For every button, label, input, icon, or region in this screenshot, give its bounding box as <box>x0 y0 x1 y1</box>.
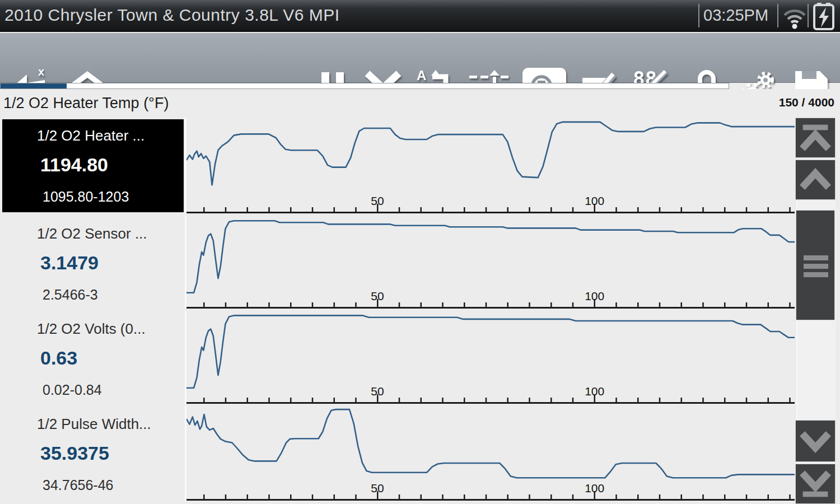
divider <box>808 4 809 27</box>
svg-text:100: 100 <box>585 385 604 398</box>
thumb-grip-line <box>804 264 828 269</box>
svg-text:A: A <box>417 69 426 83</box>
param-name: 1/2 O2 Heater ... <box>37 127 144 144</box>
buffer-progress-bar <box>0 83 729 89</box>
scroll-down-button[interactable] <box>795 420 836 462</box>
param-name: 1/2 O2 Sensor ... <box>37 225 147 242</box>
chart-o2-sensor[interactable]: 50100 <box>185 216 795 309</box>
svg-text:100: 100 <box>585 194 604 207</box>
svg-text:50: 50 <box>371 385 384 398</box>
param-range: 0.02-0.84 <box>43 382 102 398</box>
scrollbar <box>795 118 836 504</box>
data-header: 1/2 O2 Heater Temp (°F) 150 / 4000 <box>0 89 840 118</box>
vehicle-title: 2010 Chrysler Town & Country 3.8L V6 MPI <box>4 6 340 25</box>
param-cell-o2-heater[interactable]: 1/2 O2 Heater ... 1194.80 1095.80-1203 <box>2 119 184 212</box>
wifi-icon <box>782 4 808 31</box>
title-bar: 2010 Chrysler Town & Country 3.8L V6 MPI… <box>0 0 840 32</box>
param-name: 1/2 O2 Volts (0... <box>37 320 146 338</box>
toolbar: x A <box>0 33 840 83</box>
svg-text:50: 50 <box>371 194 384 207</box>
param-cell-pulse-width[interactable]: 1/2 Pulse Width... 35.9375 34.7656-46 <box>2 408 184 500</box>
param-value: 3.1479 <box>40 252 99 274</box>
divider <box>698 4 699 27</box>
svg-text:100: 100 <box>585 482 604 494</box>
param-row: 1/2 O2 Sensor ... 3.1479 2.5466-3 50100 <box>0 216 795 309</box>
param-row: 1/2 O2 Volts (0... 0.63 0.02-0.84 50100 <box>0 311 795 404</box>
scroll-to-bottom-button[interactable] <box>795 464 836 504</box>
param-cell-o2-sensor[interactable]: 1/2 O2 Sensor ... 3.1479 2.5466-3 <box>2 217 184 307</box>
chevron-up-bar-icon <box>796 118 835 157</box>
thumb-grip-line <box>804 255 828 260</box>
svg-text:50: 50 <box>371 290 384 302</box>
param-name: 1/2 Pulse Width... <box>37 416 151 433</box>
battery-charging-icon <box>812 2 836 32</box>
chart-o2-volts[interactable]: 50100 <box>185 311 795 404</box>
chart-pulse-width[interactable]: 50100 <box>185 406 795 501</box>
chevron-down-icon <box>796 421 835 461</box>
thumb-grip-line <box>804 272 828 277</box>
chevron-down-bar-icon <box>796 464 835 503</box>
param-value: 1194.80 <box>40 154 108 176</box>
scan-tool-app: 2010 Chrysler Town & Country 3.8L V6 MPI… <box>0 0 840 504</box>
scroll-to-top-button[interactable] <box>795 118 836 158</box>
buffer-progress-fill <box>1 83 67 88</box>
chevron-up-icon <box>796 160 835 199</box>
param-range: 1095.80-1203 <box>43 189 129 205</box>
param-range: 2.5466-3 <box>43 287 98 303</box>
svg-text:x: x <box>38 68 44 78</box>
param-range: 34.7656-46 <box>43 477 114 493</box>
scrollbar-thumb[interactable] <box>796 210 835 320</box>
scroll-up-button[interactable] <box>795 160 836 200</box>
param-value: 35.9375 <box>40 442 109 464</box>
frame-counter: 150 / 4000 <box>779 96 834 109</box>
svg-text:50: 50 <box>371 482 384 494</box>
divider <box>777 4 778 27</box>
param-cell-o2-volts[interactable]: 1/2 O2 Volts (0... 0.63 0.02-0.84 <box>2 312 184 403</box>
chart-o2-heater-temp[interactable]: 50100 <box>185 118 795 214</box>
param-row: 1/2 Pulse Width... 35.9375 34.7656-46 50… <box>0 406 795 501</box>
param-value: 0.63 <box>40 347 77 369</box>
param-row: 1/2 O2 Heater ... 1194.80 1095.80-1203 5… <box>0 118 795 214</box>
clock: 03:25PM <box>703 6 768 25</box>
selected-param-title: 1/2 O2 Heater Temp (°F) <box>3 95 169 112</box>
svg-text:100: 100 <box>585 290 604 302</box>
